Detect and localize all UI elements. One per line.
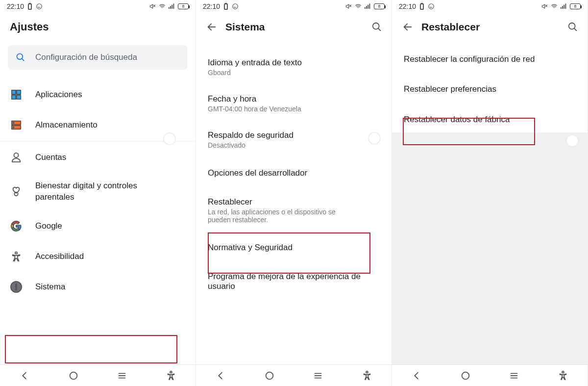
decorative-circle [566,134,579,147]
nav-accessibility-icon[interactable] [362,370,372,381]
svg-rect-49 [420,4,423,9]
svg-rect-55 [561,7,562,9]
row-bienestar[interactable]: Bienestar digital y controles parentales [0,173,196,211]
nav-home-icon[interactable] [460,370,471,381]
svg-rect-31 [224,4,227,9]
row-respaldo[interactable]: Respaldo de seguridad Desactivado [196,120,392,156]
nav-home-icon[interactable] [264,370,275,381]
svg-rect-37 [365,7,366,9]
row-accesibilidad[interactable]: Accesibilidad [0,241,196,272]
search-icon [371,22,382,32]
page-title: Ajustes [8,21,49,33]
back-button[interactable] [204,22,220,32]
svg-point-54 [554,8,554,8]
svg-rect-6 [169,7,170,9]
svg-rect-12 [12,90,16,94]
battery-icon: 8 [570,3,581,9]
panel-ajustes: 22:10 8 Ajustes Configuración de búsqued… [0,0,196,386]
signal-icon [168,3,176,10]
svg-point-5 [162,8,162,8]
nav-home-icon[interactable] [68,370,79,381]
status-bar: 22:10 8 [392,0,588,13]
battery-charging-icon [223,3,229,10]
svg-point-2 [37,4,42,9]
svg-point-51 [429,4,434,9]
svg-rect-15 [17,95,21,99]
nav-back-icon[interactable] [215,370,226,381]
back-button[interactable] [400,22,416,32]
battery-charging-icon [419,3,425,10]
svg-rect-7 [170,6,171,9]
battery-charging-icon [27,3,33,10]
mute-icon [148,3,156,10]
nav-back-icon[interactable] [411,370,422,381]
row-reset-pref[interactable]: Restablecer preferencias [392,72,588,102]
svg-rect-8 [172,5,172,9]
svg-line-43 [378,28,381,31]
settings-list: Aplicaciones Almacenamiento Cuentas Bien… [0,79,196,364]
row-fecha[interactable]: Fecha y hora GMT-04:00 hora de Venezuela [196,83,392,120]
accounts-icon [10,151,23,164]
svg-rect-57 [564,5,564,9]
decorative-circle [163,132,176,145]
nav-accessibility-icon[interactable] [558,370,568,381]
svg-point-66 [562,371,564,373]
search-button[interactable] [370,22,384,32]
nav-back-icon[interactable] [19,370,30,381]
svg-line-11 [22,59,24,61]
svg-point-20 [14,153,18,157]
svg-rect-24 [16,284,17,288]
svg-point-30 [170,371,172,373]
nav-accessibility-icon[interactable] [166,370,176,381]
svg-rect-56 [562,6,563,9]
whatsapp-icon [232,3,239,10]
row-reset-fabrica[interactable]: Restablecer datos de fábrica [392,102,588,132]
nav-recent-icon[interactable] [117,370,127,381]
svg-rect-38 [366,6,367,9]
row-normativa[interactable]: Normativa y Seguridad [196,231,392,261]
row-programa-mejora[interactable]: Programa de mejora de la experiencia de … [196,261,392,298]
search-icon [567,22,578,32]
row-desarrollador[interactable]: Opciones del desarrollador [196,156,392,186]
svg-rect-9 [173,3,174,8]
search-placeholder: Configuración de búsqueda [35,52,137,62]
panel-restablecer: 22:10 8 Restablecer Restablecer la confi… [392,0,588,386]
row-reset-red[interactable]: Restablecer la configuración de red [392,41,588,72]
header: Restablecer [392,13,588,41]
nav-bar [392,364,588,386]
storage-icon [10,119,23,131]
row-google[interactable]: Google [0,211,196,241]
svg-point-18 [13,122,14,123]
nav-recent-icon[interactable] [509,370,519,381]
row-idioma[interactable]: Idioma y entrada de texto Gboard [196,51,392,83]
page-title: Restablecer [421,21,566,33]
svg-rect-40 [369,3,370,8]
accessibility-icon [10,250,23,263]
row-cuentas[interactable]: Cuentas [0,142,196,173]
wifi-icon [354,3,362,10]
nav-recent-icon[interactable] [313,370,323,381]
mute-icon [540,3,548,10]
signal-icon [560,3,568,10]
sistema-list: Idioma y entrada de texto Gboard Fecha y… [196,41,392,364]
search-input[interactable]: Configuración de búsqueda [8,45,188,70]
row-restablecer[interactable]: Restablecer La red, las aplicaciones o e… [196,186,392,231]
apps-icon [10,88,23,101]
svg-rect-14 [12,95,16,99]
arrow-left-icon [402,22,413,32]
wifi-icon [158,3,166,10]
svg-point-25 [16,289,17,290]
search-icon [16,52,25,62]
header: Ajustes [0,13,196,41]
svg-point-44 [266,372,273,379]
decorative-circle [368,132,381,145]
signal-icon [364,3,372,10]
row-sistema[interactable]: Sistema [0,272,196,302]
empty-area [392,132,588,364]
svg-line-61 [574,28,577,31]
svg-point-36 [358,8,358,8]
search-button[interactable] [566,22,580,32]
mute-icon [344,3,352,10]
system-icon [10,281,23,293]
row-aplicaciones[interactable]: Aplicaciones [0,79,196,110]
